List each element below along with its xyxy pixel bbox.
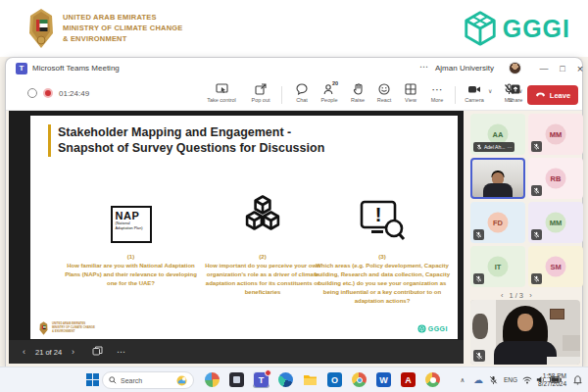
taskbar-clock[interactable]: 1:58 PM 8/27/2024 (538, 372, 566, 388)
toolbar-divider (281, 86, 282, 104)
taskbar-teams-icon[interactable]: T (253, 371, 270, 388)
chat-icon (287, 82, 317, 96)
teams-app-icon: T (16, 63, 27, 74)
self-video-preview[interactable] (470, 300, 580, 365)
avatar: RB (546, 169, 566, 189)
maximize-button[interactable]: □ (555, 61, 570, 76)
notification-bell-icon[interactable] (571, 371, 584, 388)
slide-title-line1: Stakeholder Mapping and Engagement - (58, 125, 291, 139)
slide-navigation-bar: ‹ 21 of 24 › ⋯ (9, 340, 464, 364)
slide-position: 21 of 24 (35, 348, 62, 357)
svg-text:!: ! (375, 204, 382, 225)
react-button[interactable]: React (369, 82, 399, 103)
ministry-line1: UNITED ARAB EMIRATES (63, 13, 183, 24)
participants-pagination: ‹ 1/3 › (501, 291, 534, 300)
mic-off-icon (473, 229, 484, 240)
monitor-alert-search-icon: ! (313, 192, 452, 243)
avatar: FD (488, 213, 509, 233)
camera-chevron-icon[interactable]: ∨ (488, 87, 492, 94)
taskbar-word-icon[interactable]: W (375, 371, 392, 388)
view-button[interactable]: View (396, 82, 425, 103)
participants-next-button[interactable]: › (529, 291, 534, 300)
participant-tile[interactable]: IT (470, 246, 525, 287)
participant-tile[interactable]: SM (528, 246, 583, 287)
leave-button[interactable]: Leave (527, 85, 578, 105)
tray-date: 8/27/2024 (538, 380, 566, 388)
pop-out-button[interactable]: Pop out (246, 82, 275, 103)
task-view-button[interactable] (228, 371, 245, 388)
participant-tile[interactable]: AA Adel Ah... ⋯ (470, 114, 525, 155)
slide-question-1: NAP (National Adaptation Plan) (1) How f… (65, 192, 197, 288)
account-avatar[interactable] (509, 62, 521, 74)
taskbar-explorer-icon[interactable] (302, 371, 318, 388)
gggi-cube-mini-icon (417, 324, 426, 333)
taskbar-outlook-icon[interactable]: O (326, 371, 343, 388)
slide-grid-button[interactable] (92, 346, 103, 358)
participant-video-tile[interactable] (470, 158, 525, 199)
mic-off-icon (531, 273, 542, 284)
take-control-icon (202, 82, 241, 96)
taskbar-acrobat-icon[interactable]: A (400, 371, 416, 388)
tray-chevron-icon[interactable]: ∧ (457, 371, 468, 388)
taskbar-chrome2-icon[interactable] (424, 371, 441, 388)
slide-ministry-logo: UNITED ARAB EMIRATES MINISTRY OF CLIMATE… (38, 321, 95, 335)
slide-title-line2: Snapshot of Survey Questions for Discuss… (58, 141, 324, 155)
slide-gggi-logo: GGGI (417, 324, 448, 333)
onedrive-icon[interactable]: ☁ (471, 371, 485, 388)
title-accent-bar (48, 124, 51, 157)
taskbar-edge-icon[interactable] (277, 371, 294, 388)
participants-prev-button[interactable]: ‹ (501, 291, 506, 300)
minimize-button[interactable]: — (536, 61, 552, 76)
more-button[interactable]: ⋯ More (422, 82, 452, 103)
stage-more-button[interactable]: ⋯ (117, 347, 125, 357)
people-icon: 20 (315, 82, 344, 96)
people-count-badge: 20 (332, 80, 338, 86)
taskbar-search[interactable]: Search (102, 371, 194, 389)
start-button[interactable] (84, 371, 101, 388)
more-icon: ⋯ (422, 82, 452, 96)
titlebar-overflow-icon[interactable]: ⋯ (419, 62, 428, 72)
participant-tile[interactable]: FD (470, 202, 525, 243)
raise-hand-button[interactable]: Raise (343, 82, 372, 103)
mic-off-icon (531, 185, 542, 196)
mic-off-icon (473, 350, 485, 362)
widgets-button[interactable] (204, 371, 220, 388)
take-control-button[interactable]: Take control (202, 82, 241, 103)
tray-mic-muted-icon[interactable] (487, 371, 500, 388)
recording-icon (43, 88, 53, 98)
account-name[interactable]: Ajman University (435, 64, 494, 73)
language-indicator[interactable]: ENG (502, 371, 519, 388)
previous-slide-button[interactable]: ‹ (23, 347, 25, 357)
tray-time: 1:58 PM (538, 372, 566, 380)
gggi-logo: GGGI (462, 10, 570, 47)
avatar: MM (546, 124, 566, 145)
camera-icon (460, 82, 489, 96)
ministry-title: UNITED ARAB EMIRATES MINISTRY OF CLIMATE… (63, 13, 183, 45)
pop-out-icon (246, 82, 275, 96)
participant-tile[interactable]: MM (528, 114, 583, 155)
toolbar-divider (455, 86, 456, 104)
participant-tile[interactable]: RB (528, 158, 583, 199)
mic-off-icon (473, 273, 484, 284)
ministry-line3: & ENVIRONMENT (63, 34, 183, 45)
react-icon (369, 82, 399, 96)
avatar: MM (546, 213, 566, 233)
participant-tile[interactable]: MM (528, 202, 583, 243)
recording-status: 01:24:49 (27, 88, 89, 98)
notification-badge (265, 369, 271, 376)
camera-button[interactable]: Camera (460, 82, 489, 103)
avatar: IT (488, 257, 509, 277)
gggi-wordmark: GGGI (503, 15, 570, 43)
header-banner: UNITED ARAB EMIRATES MINISTRY OF CLIMATE… (0, 0, 588, 57)
slide-question-3: ! (3) Which areas (e.g. Policy developme… (313, 192, 452, 306)
wifi-icon[interactable] (520, 371, 533, 388)
nap-icon: NAP (National Adaptation Plan) (65, 192, 197, 243)
people-button[interactable]: 20 People (315, 82, 344, 103)
next-slide-button[interactable]: › (72, 347, 74, 357)
share-button[interactable]: Share (501, 82, 530, 103)
taskbar-chrome-icon[interactable] (351, 371, 368, 388)
chat-button[interactable]: Chat (287, 82, 317, 103)
close-button[interactable]: × (572, 61, 588, 76)
view-icon (396, 82, 425, 96)
hang-up-icon (535, 91, 546, 99)
